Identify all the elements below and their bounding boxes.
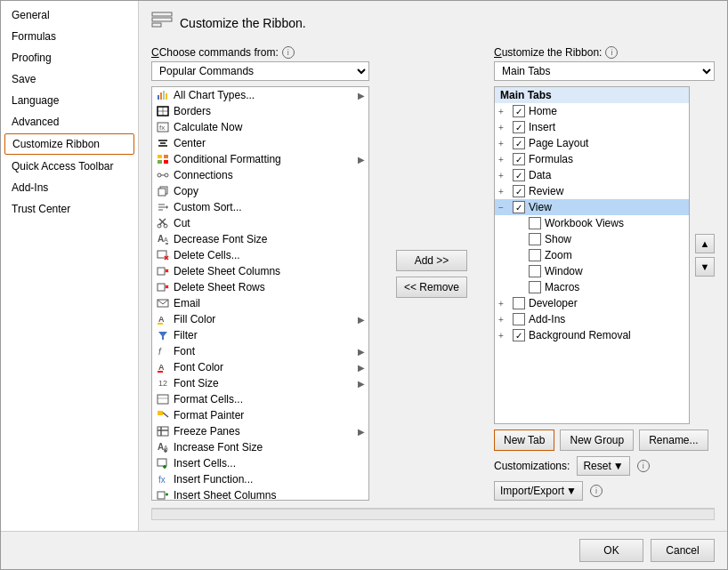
ribbon-tree[interactable]: Main Tabs +Home+Insert+Page Layout+Formu… <box>494 86 690 424</box>
tree-item-review[interactable]: +Review <box>495 183 689 199</box>
tree-checkbox-background-removal[interactable] <box>513 329 525 341</box>
list-item[interactable]: Format Cells... <box>152 391 368 407</box>
sidebar-item-save[interactable]: Save <box>1 68 138 90</box>
tree-item-developer[interactable]: +Developer <box>495 295 689 311</box>
tree-item-background-removal[interactable]: +Background Removal <box>495 327 689 343</box>
sidebar-item-proofing[interactable]: Proofing <box>1 47 138 68</box>
customizations-info-icon[interactable]: i <box>637 460 650 472</box>
list-item[interactable]: Insert Sheet Columns <box>152 487 368 501</box>
tree-checkbox-workbook-views[interactable] <box>529 217 541 229</box>
tree-checkbox-formulas[interactable] <box>513 153 525 165</box>
import-export-info-icon[interactable]: i <box>590 485 603 497</box>
expand-icon[interactable]: + <box>498 315 511 325</box>
tree-checkbox-add-ins[interactable] <box>513 313 525 325</box>
reset-button[interactable]: Reset ▼ <box>577 456 629 476</box>
list-item[interactable]: 12Font Size▶ <box>152 375 368 391</box>
svg-rect-0 <box>152 12 172 16</box>
sidebar-item-formulas[interactable]: Formulas <box>1 26 138 47</box>
sidebar-item-trust-center[interactable]: Trust Center <box>1 198 138 220</box>
tree-item-macros[interactable]: Macros <box>495 279 689 295</box>
expand-icon[interactable]: + <box>498 331 511 341</box>
tree-item-window[interactable]: Window <box>495 263 689 279</box>
list-item[interactable]: Delete Cells... <box>152 247 368 263</box>
expand-icon[interactable]: + <box>498 155 511 165</box>
tree-checkbox-macros[interactable] <box>529 281 541 293</box>
expand-icon[interactable]: + <box>498 139 511 149</box>
tree-checkbox-insert[interactable] <box>513 121 525 133</box>
list-item[interactable]: Borders <box>152 103 368 119</box>
list-item[interactable]: Conditional Formatting▶ <box>152 151 368 167</box>
add-button[interactable]: Add >> <box>396 250 467 271</box>
expand-icon[interactable]: + <box>498 107 511 116</box>
collapse-icon[interactable]: − <box>498 203 511 213</box>
move-up-button[interactable]: ▲ <box>695 234 715 253</box>
list-item[interactable]: Center <box>152 135 368 151</box>
expand-icon[interactable]: + <box>498 187 511 197</box>
tree-item-formulas[interactable]: +Formulas <box>495 151 689 167</box>
list-item[interactable]: AFill Color▶ <box>152 311 368 327</box>
list-item[interactable]: Delete Sheet Rows <box>152 279 368 295</box>
list-item[interactable]: Delete Sheet Columns <box>152 263 368 279</box>
horiz-scroll-track[interactable] <box>151 509 715 520</box>
tree-checkbox-view[interactable] <box>513 201 525 213</box>
list-item[interactable]: fFont▶ <box>152 343 368 359</box>
horizontal-scrollbar[interactable] <box>151 508 715 520</box>
rename-button[interactable]: Rename... <box>639 430 708 451</box>
expand-icon[interactable]: + <box>498 123 511 132</box>
tree-checkbox-zoom[interactable] <box>529 249 541 261</box>
new-tab-button[interactable]: New Tab <box>494 430 554 451</box>
sidebar-item-add-ins[interactable]: Add-Ins <box>1 177 138 198</box>
choose-commands-dropdown[interactable]: Popular Commands <box>151 61 369 81</box>
list-item[interactable]: AADecrease Font Size <box>152 231 368 247</box>
list-item[interactable]: Connections <box>152 167 368 183</box>
tree-item-show[interactable]: Show <box>495 231 689 247</box>
new-group-button[interactable]: New Group <box>560 430 634 451</box>
list-item[interactable]: All Chart Types...▶ <box>152 87 368 103</box>
expand-icon[interactable]: + <box>498 299 511 309</box>
list-item[interactable]: Format Painter <box>152 407 368 423</box>
tree-item-insert[interactable]: +Insert <box>495 119 689 135</box>
list-item[interactable]: Freeze Panes▶ <box>152 423 368 439</box>
list-item[interactable]: Custom Sort... <box>152 199 368 215</box>
tree-checkbox-data[interactable] <box>513 169 525 181</box>
list-item-label: Conditional Formatting <box>174 153 281 165</box>
remove-button[interactable]: << Remove <box>396 277 467 298</box>
tree-checkbox-review[interactable] <box>513 185 525 197</box>
tree-item-workbook-views[interactable]: Workbook Views <box>495 215 689 231</box>
list-item[interactable]: AFont Color▶ <box>152 359 368 375</box>
tree-item-add-ins[interactable]: +Add-Ins <box>495 311 689 327</box>
list-item[interactable]: Insert Cells... <box>152 455 368 471</box>
customize-ribbon-dropdown[interactable]: Main Tabs <box>494 61 715 81</box>
tree-checkbox-window[interactable] <box>529 265 541 277</box>
choose-commands-info-icon[interactable]: i <box>282 46 295 59</box>
ok-button[interactable]: OK <box>579 539 643 562</box>
sidebar-item-quick-access-toolbar[interactable]: Quick Access Toolbar <box>1 156 138 177</box>
customize-ribbon-info-icon[interactable]: i <box>605 46 618 59</box>
list-item[interactable]: fxCalculate Now <box>152 119 368 135</box>
tree-item-data[interactable]: +Data <box>495 167 689 183</box>
list-item[interactable]: Email <box>152 295 368 311</box>
commands-list[interactable]: All Chart Types...▶BordersfxCalculate No… <box>151 86 369 501</box>
tree-item-home[interactable]: +Home <box>495 103 689 119</box>
list-item-label: Format Cells... <box>174 393 243 405</box>
tree-checkbox-show[interactable] <box>529 233 541 245</box>
tree-checkbox-page-layout[interactable] <box>513 137 525 149</box>
cancel-button[interactable]: Cancel <box>651 539 715 562</box>
import-export-button[interactable]: Import/Export ▼ <box>494 481 583 501</box>
list-item[interactable]: fxInsert Function... <box>152 471 368 487</box>
sidebar-item-general[interactable]: General <box>1 4 138 26</box>
sidebar-item-advanced[interactable]: Advanced <box>1 111 138 132</box>
tree-checkbox-home[interactable] <box>513 105 525 117</box>
list-item[interactable]: Filter <box>152 327 368 343</box>
tree-item-view[interactable]: −View <box>495 199 689 215</box>
list-item[interactable]: Copy <box>152 183 368 199</box>
expand-icon[interactable]: + <box>498 171 511 181</box>
sidebar-item-customize-ribbon[interactable]: Customize Ribbon <box>4 133 134 155</box>
tree-item-page-layout[interactable]: +Page Layout <box>495 135 689 151</box>
list-item[interactable]: Cut <box>152 215 368 231</box>
list-item[interactable]: AAIncrease Font Size <box>152 439 368 455</box>
sidebar-item-language[interactable]: Language <box>1 90 138 111</box>
tree-item-zoom[interactable]: Zoom <box>495 247 689 263</box>
tree-checkbox-developer[interactable] <box>513 297 525 309</box>
move-down-button[interactable]: ▼ <box>695 257 715 277</box>
